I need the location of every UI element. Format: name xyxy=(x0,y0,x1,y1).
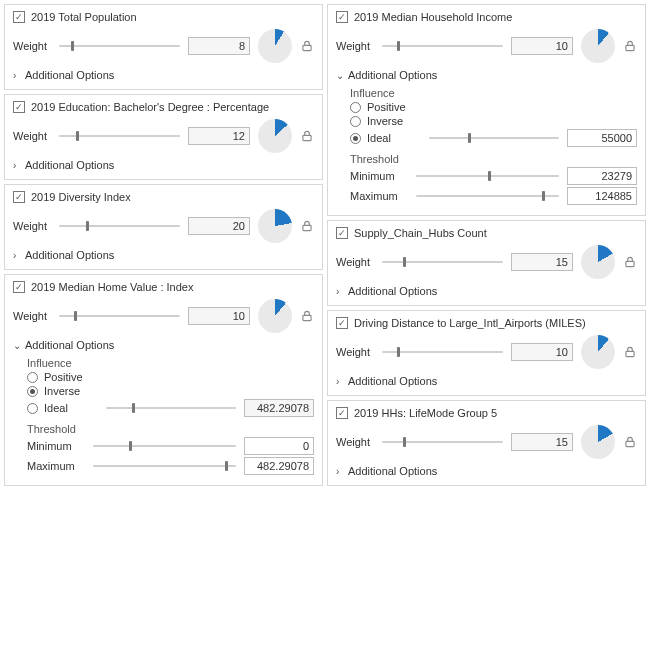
svg-rect-5 xyxy=(626,261,634,266)
weight-input[interactable]: 15 xyxy=(511,433,573,451)
enable-checkbox[interactable]: ✓ xyxy=(13,281,25,293)
weight-pie-icon xyxy=(581,29,615,63)
radio-label: Ideal xyxy=(44,402,98,414)
variable-card: ✓2019 Education: Bachelor's Degree : Per… xyxy=(4,94,323,180)
weight-row: Weight15 xyxy=(336,425,637,459)
weight-slider[interactable] xyxy=(382,255,503,269)
weight-input[interactable]: 8 xyxy=(188,37,250,55)
lock-icon[interactable] xyxy=(623,255,637,269)
weight-slider[interactable] xyxy=(59,309,180,323)
weight-pie-icon xyxy=(581,245,615,279)
influence-option[interactable]: Inverse xyxy=(350,115,637,127)
weight-slider[interactable] xyxy=(382,345,503,359)
chevron-down-icon: ⌄ xyxy=(336,70,344,81)
card-title: Supply_Chain_Hubs Count xyxy=(354,227,487,239)
enable-checkbox[interactable]: ✓ xyxy=(13,11,25,23)
enable-checkbox[interactable]: ✓ xyxy=(13,101,25,113)
additional-options-toggle[interactable]: ›Additional Options xyxy=(336,375,637,387)
influence-option[interactable]: Positive xyxy=(350,101,637,113)
enable-checkbox[interactable]: ✓ xyxy=(13,191,25,203)
chevron-down-icon: ⌄ xyxy=(13,340,21,351)
max-label: Maximum xyxy=(350,190,408,202)
card-header: ✓Driving Distance to Large_Intl_Airports… xyxy=(336,317,637,329)
weight-slider[interactable] xyxy=(59,39,180,53)
weight-slider[interactable] xyxy=(59,219,180,233)
min-input[interactable]: 23279 xyxy=(567,167,637,185)
card-title: 2019 Education: Bachelor's Degree : Perc… xyxy=(31,101,269,113)
weight-input[interactable]: 20 xyxy=(188,217,250,235)
weight-input[interactable]: 15 xyxy=(511,253,573,271)
weight-row: Weight15 xyxy=(336,245,637,279)
card-title: 2019 Diversity Index xyxy=(31,191,131,203)
weight-slider[interactable] xyxy=(59,129,180,143)
min-slider[interactable] xyxy=(93,439,236,453)
lock-icon[interactable] xyxy=(300,219,314,233)
additional-options-label: Additional Options xyxy=(25,339,114,351)
lock-icon[interactable] xyxy=(623,39,637,53)
weight-input[interactable]: 10 xyxy=(511,37,573,55)
card-header: ✓2019 Median Home Value : Index xyxy=(13,281,314,293)
lock-icon[interactable] xyxy=(300,39,314,53)
enable-checkbox[interactable]: ✓ xyxy=(336,317,348,329)
enable-checkbox[interactable]: ✓ xyxy=(336,11,348,23)
additional-options-label: Additional Options xyxy=(348,285,437,297)
card-header: ✓2019 Diversity Index xyxy=(13,191,314,203)
weight-slider[interactable] xyxy=(382,39,503,53)
max-slider[interactable] xyxy=(416,189,559,203)
radio-icon xyxy=(27,372,38,383)
min-input[interactable]: 0 xyxy=(244,437,314,455)
additional-options-toggle[interactable]: ›Additional Options xyxy=(13,249,314,261)
ideal-slider[interactable] xyxy=(429,131,559,145)
radio-icon xyxy=(350,133,361,144)
lock-icon[interactable] xyxy=(300,309,314,323)
svg-rect-4 xyxy=(626,45,634,50)
max-input[interactable]: 482.29078 xyxy=(244,457,314,475)
weight-slider[interactable] xyxy=(382,435,503,449)
weight-pie-icon xyxy=(258,119,292,153)
additional-options-toggle[interactable]: ›Additional Options xyxy=(336,465,637,477)
influence-option[interactable]: Positive xyxy=(27,371,314,383)
svg-rect-1 xyxy=(303,135,311,140)
lock-icon[interactable] xyxy=(300,129,314,143)
card-header: ✓Supply_Chain_Hubs Count xyxy=(336,227,637,239)
weight-input[interactable]: 10 xyxy=(188,307,250,325)
max-input[interactable]: 124885 xyxy=(567,187,637,205)
weight-label: Weight xyxy=(13,310,51,322)
variable-card: ✓2019 Median Household IncomeWeight10⌄Ad… xyxy=(327,4,646,216)
card-title: 2019 Median Home Value : Index xyxy=(31,281,193,293)
weights-panel: ✓2019 Total PopulationWeight8›Additional… xyxy=(0,0,650,490)
influence-option[interactable]: Ideal xyxy=(350,132,421,144)
right-column: ✓2019 Median Household IncomeWeight10⌄Ad… xyxy=(327,4,646,486)
influence-option[interactable]: Ideal xyxy=(27,402,98,414)
enable-checkbox[interactable]: ✓ xyxy=(336,407,348,419)
threshold-min-row: Minimum23279 xyxy=(350,167,637,185)
ideal-input[interactable]: 482.29078 xyxy=(244,399,314,417)
additional-options-toggle[interactable]: ›Additional Options xyxy=(13,69,314,81)
weight-row: Weight12 xyxy=(13,119,314,153)
threshold-min-row: Minimum0 xyxy=(27,437,314,455)
lock-icon[interactable] xyxy=(623,435,637,449)
card-title: 2019 HHs: LifeMode Group 5 xyxy=(354,407,497,419)
ideal-input[interactable]: 55000 xyxy=(567,129,637,147)
enable-checkbox[interactable]: ✓ xyxy=(336,227,348,239)
min-slider[interactable] xyxy=(416,169,559,183)
additional-options-toggle[interactable]: ⌄Additional Options xyxy=(13,339,314,351)
lock-icon[interactable] xyxy=(623,345,637,359)
max-slider[interactable] xyxy=(93,459,236,473)
weight-pie-icon xyxy=(258,209,292,243)
weight-input[interactable]: 12 xyxy=(188,127,250,145)
weight-input[interactable]: 10 xyxy=(511,343,573,361)
additional-options-label: Additional Options xyxy=(25,249,114,261)
influence-option[interactable]: Inverse xyxy=(27,385,314,397)
additional-options-toggle[interactable]: ›Additional Options xyxy=(336,285,637,297)
chevron-right-icon: › xyxy=(336,376,344,387)
card-header: ✓2019 Total Population xyxy=(13,11,314,23)
radio-icon xyxy=(27,403,38,414)
ideal-slider[interactable] xyxy=(106,401,236,415)
radio-label: Inverse xyxy=(44,385,80,397)
additional-options-label: Additional Options xyxy=(25,159,114,171)
chevron-right-icon: › xyxy=(336,286,344,297)
additional-options-toggle[interactable]: ›Additional Options xyxy=(13,159,314,171)
chevron-right-icon: › xyxy=(13,70,21,81)
additional-options-toggle[interactable]: ⌄Additional Options xyxy=(336,69,637,81)
